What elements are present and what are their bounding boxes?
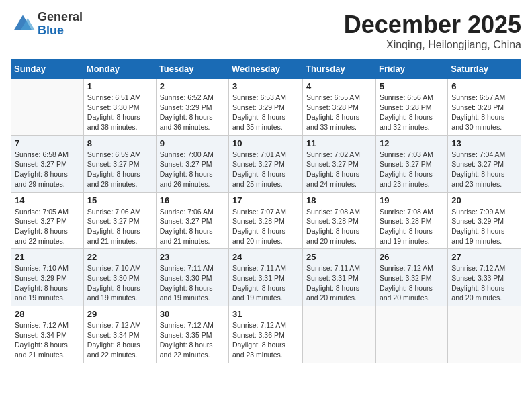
calendar-week-row: 28 Sunrise: 7:12 AM Sunset: 3:34 PM Dayl… <box>11 306 521 363</box>
calendar-table: SundayMondayTuesdayWednesdayThursdayFrid… <box>11 59 521 363</box>
day-info: Sunrise: 6:59 AM Sunset: 3:27 PM Dayligh… <box>87 150 152 189</box>
calendar-week-row: 21 Sunrise: 7:10 AM Sunset: 3:29 PM Dayl… <box>11 249 521 306</box>
daylight-hours: Daylight: 8 hours and 19 minutes. <box>380 227 433 245</box>
day-info: Sunrise: 7:06 AM Sunset: 3:27 PM Dayligh… <box>87 207 152 246</box>
day-info: Sunrise: 6:56 AM Sunset: 3:28 PM Dayligh… <box>380 93 444 132</box>
day-info: Sunrise: 7:05 AM Sunset: 3:27 PM Dayligh… <box>15 207 80 246</box>
calendar-cell: 24 Sunrise: 7:11 AM Sunset: 3:31 PM Dayl… <box>229 249 303 306</box>
daylight-hours: Daylight: 8 hours and 19 minutes. <box>15 284 68 302</box>
calendar-cell: 19 Sunrise: 7:08 AM Sunset: 3:28 PM Dayl… <box>375 192 447 249</box>
calendar-cell: 11 Sunrise: 7:02 AM Sunset: 3:27 PM Dayl… <box>303 135 376 192</box>
sunset: Sunset: 3:34 PM <box>87 331 140 339</box>
sunrise: Sunrise: 7:11 AM <box>160 264 214 272</box>
day-number: 27 <box>451 252 517 262</box>
sunset: Sunset: 3:27 PM <box>15 160 67 168</box>
daylight-hours: Daylight: 8 hours and 21 minutes. <box>160 227 213 245</box>
sunset: Sunset: 3:27 PM <box>451 160 504 168</box>
calendar-cell: 14 Sunrise: 7:05 AM Sunset: 3:27 PM Dayl… <box>11 192 84 249</box>
sunrise: Sunrise: 7:10 AM <box>87 264 141 272</box>
calendar-day-header: Sunday <box>11 60 84 79</box>
day-number: 11 <box>306 138 372 148</box>
day-info: Sunrise: 7:11 AM Sunset: 3:31 PM Dayligh… <box>232 263 299 303</box>
daylight-hours: Daylight: 8 hours and 26 minutes. <box>160 170 213 188</box>
daylight-hours: Daylight: 8 hours and 19 minutes. <box>232 284 285 302</box>
day-number: 5 <box>380 81 444 91</box>
daylight-hours: Daylight: 8 hours and 32 minutes. <box>380 113 433 131</box>
day-number: 31 <box>232 309 299 319</box>
day-number: 9 <box>160 138 225 148</box>
sunrise: Sunrise: 7:12 AM <box>451 264 505 272</box>
logo-blue: Blue <box>38 24 83 38</box>
sunrise: Sunrise: 7:12 AM <box>232 321 286 329</box>
daylight-hours: Daylight: 8 hours and 24 minutes. <box>306 170 359 188</box>
daylight-hours: Daylight: 8 hours and 38 minutes. <box>87 113 140 131</box>
calendar-cell: 9 Sunrise: 7:00 AM Sunset: 3:27 PM Dayli… <box>156 135 228 192</box>
daylight-hours: Daylight: 8 hours and 23 minutes. <box>451 170 504 188</box>
sunset: Sunset: 3:27 PM <box>232 160 285 168</box>
day-number: 22 <box>87 252 152 262</box>
day-info: Sunrise: 7:08 AM Sunset: 3:28 PM Dayligh… <box>380 207 444 246</box>
day-info: Sunrise: 6:55 AM Sunset: 3:28 PM Dayligh… <box>306 93 372 132</box>
daylight-hours: Daylight: 8 hours and 20 minutes. <box>451 284 504 302</box>
location: Xinqing, Heilongjiang, China <box>344 39 521 51</box>
daylight-hours: Daylight: 8 hours and 30 minutes. <box>451 113 504 131</box>
sunset: Sunset: 3:30 PM <box>87 103 140 111</box>
calendar-cell: 7 Sunrise: 6:58 AM Sunset: 3:27 PM Dayli… <box>11 135 84 192</box>
sunset: Sunset: 3:27 PM <box>160 160 212 168</box>
daylight-hours: Daylight: 8 hours and 33 minutes. <box>306 113 359 131</box>
day-number: 30 <box>160 309 225 319</box>
day-info: Sunrise: 7:12 AM Sunset: 3:35 PM Dayligh… <box>160 320 225 360</box>
calendar-cell: 28 Sunrise: 7:12 AM Sunset: 3:34 PM Dayl… <box>11 306 84 363</box>
sunrise: Sunrise: 7:06 AM <box>160 208 214 216</box>
calendar-cell: 13 Sunrise: 7:04 AM Sunset: 3:27 PM Dayl… <box>448 135 521 192</box>
day-number: 18 <box>306 195 372 205</box>
daylight-hours: Daylight: 8 hours and 22 minutes. <box>160 340 213 359</box>
day-info: Sunrise: 7:12 AM Sunset: 3:34 PM Dayligh… <box>15 320 80 360</box>
day-info: Sunrise: 7:07 AM Sunset: 3:28 PM Dayligh… <box>232 207 299 246</box>
sunset: Sunset: 3:28 PM <box>306 103 359 111</box>
day-info: Sunrise: 7:08 AM Sunset: 3:28 PM Dayligh… <box>306 207 372 246</box>
day-number: 28 <box>15 309 80 319</box>
sunrise: Sunrise: 7:10 AM <box>15 264 69 272</box>
calendar-day-header: Friday <box>375 60 447 79</box>
sunrise: Sunrise: 7:11 AM <box>306 264 360 272</box>
daylight-hours: Daylight: 8 hours and 23 minutes. <box>232 340 285 359</box>
sunrise: Sunrise: 7:12 AM <box>15 321 69 329</box>
calendar-cell: 27 Sunrise: 7:12 AM Sunset: 3:33 PM Dayl… <box>448 249 521 306</box>
calendar-cell: 21 Sunrise: 7:10 AM Sunset: 3:29 PM Dayl… <box>11 249 84 306</box>
sunrise: Sunrise: 7:08 AM <box>306 208 360 216</box>
daylight-hours: Daylight: 8 hours and 25 minutes. <box>232 170 285 188</box>
day-number: 3 <box>232 81 299 91</box>
daylight-hours: Daylight: 8 hours and 29 minutes. <box>15 170 68 188</box>
logo-text: General Blue <box>38 11 83 38</box>
day-info: Sunrise: 7:00 AM Sunset: 3:27 PM Dayligh… <box>160 150 225 189</box>
calendar-cell: 26 Sunrise: 7:12 AM Sunset: 3:32 PM Dayl… <box>375 249 447 306</box>
calendar-cell: 16 Sunrise: 7:06 AM Sunset: 3:27 PM Dayl… <box>156 192 228 249</box>
sunset: Sunset: 3:29 PM <box>15 274 67 282</box>
calendar-cell: 8 Sunrise: 6:59 AM Sunset: 3:27 PM Dayli… <box>83 135 156 192</box>
sunrise: Sunrise: 6:59 AM <box>87 150 141 158</box>
calendar-cell <box>11 79 84 136</box>
sunset: Sunset: 3:27 PM <box>15 217 67 225</box>
day-number: 16 <box>160 195 225 205</box>
calendar-day-header: Wednesday <box>229 60 303 79</box>
daylight-hours: Daylight: 8 hours and 23 minutes. <box>380 170 433 188</box>
calendar-day-header: Thursday <box>303 60 376 79</box>
logo-general: General <box>38 11 83 24</box>
calendar-cell: 1 Sunrise: 6:51 AM Sunset: 3:30 PM Dayli… <box>83 79 156 136</box>
calendar-day-header: Tuesday <box>156 60 228 79</box>
sunrise: Sunrise: 6:51 AM <box>87 93 141 101</box>
sunrise: Sunrise: 7:00 AM <box>160 150 214 158</box>
day-info: Sunrise: 7:02 AM Sunset: 3:27 PM Dayligh… <box>306 150 372 189</box>
day-info: Sunrise: 7:09 AM Sunset: 3:29 PM Dayligh… <box>451 207 517 246</box>
sunset: Sunset: 3:28 PM <box>380 103 432 111</box>
day-info: Sunrise: 6:57 AM Sunset: 3:28 PM Dayligh… <box>451 93 517 132</box>
sunset: Sunset: 3:31 PM <box>306 274 359 282</box>
day-number: 24 <box>232 252 299 262</box>
day-info: Sunrise: 6:58 AM Sunset: 3:27 PM Dayligh… <box>15 150 80 189</box>
day-info: Sunrise: 7:11 AM Sunset: 3:30 PM Dayligh… <box>160 263 225 303</box>
logo-icon <box>11 12 35 36</box>
daylight-hours: Daylight: 8 hours and 36 minutes. <box>160 113 213 131</box>
sunrise: Sunrise: 7:04 AM <box>451 150 505 158</box>
calendar-cell: 6 Sunrise: 6:57 AM Sunset: 3:28 PM Dayli… <box>448 79 521 136</box>
